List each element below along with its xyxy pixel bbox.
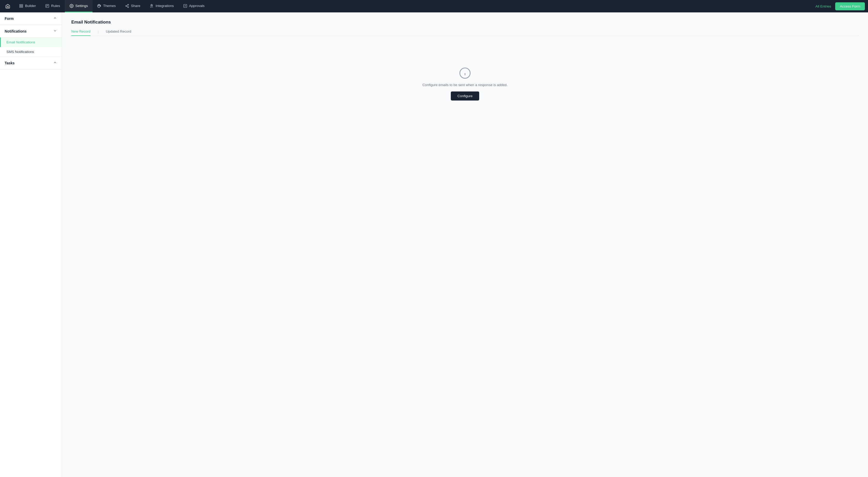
main-content: Email Notifications New Record | Updated… [62,12,868,477]
svg-point-7 [99,5,99,5]
approvals-icon [183,4,187,8]
svg-point-10 [128,4,129,5]
tabs-bar: New Record | Updated Record [71,27,859,36]
sidebar-item-email-notifications[interactable]: Email Notifications [0,37,62,47]
sidebar-section-tasks-label: Tasks [5,61,15,65]
nav-item-settings[interactable]: Settings [65,0,93,12]
rules-icon [45,4,49,8]
svg-point-8 [99,5,100,5]
nav-item-approvals[interactable]: Approvals [179,0,209,12]
sidebar-notifications-items: Email Notifications SMS Notifications [0,37,62,57]
settings-icon [69,4,74,8]
svg-point-11 [126,5,127,6]
top-navigation: Builder Rules Settings Themes Share Inte… [0,0,868,12]
chevron-down-icon [53,29,57,34]
svg-line-14 [127,5,128,6]
page-title: Email Notifications [71,20,859,25]
access-form-button[interactable]: Access Form [835,2,865,10]
nav-label-builder: Builder [25,4,36,8]
chevron-up-icon [53,16,57,21]
svg-point-5 [71,5,72,6]
nav-item-themes[interactable]: Themes [92,0,120,12]
sidebar-section-form-header[interactable]: Form [0,12,62,25]
nav-label-themes: Themes [103,4,116,8]
empty-state: Configure emails to be sent when a respo… [71,67,859,100]
sidebar-section-form: Form [0,12,62,25]
nav-item-builder[interactable]: Builder [14,0,40,12]
empty-state-description: Configure emails to be sent when a respo… [423,83,507,87]
home-button[interactable] [3,2,12,11]
nav-label-integrations: Integrations [156,4,174,8]
nav-label-settings: Settings [75,4,88,8]
grid-icon [19,4,23,8]
sidebar-section-notifications: Notifications Email Notifications SMS No… [0,25,62,57]
nav-item-rules[interactable]: Rules [40,0,65,12]
palette-icon [97,4,101,8]
all-entries-link[interactable]: All Entries [815,4,831,8]
body-layout: Form Notifications Email Notifications S… [0,12,868,477]
share-icon [125,4,129,8]
tab-new-record[interactable]: New Record [71,27,90,36]
svg-line-13 [127,6,128,7]
svg-rect-0 [20,4,21,6]
tab-divider: | [98,30,98,34]
integrations-icon [150,4,154,8]
svg-point-9 [100,5,100,6]
svg-rect-1 [22,4,23,6]
nav-item-integrations[interactable]: Integrations [145,0,179,12]
sidebar-section-form-label: Form [5,17,14,21]
sidebar-item-sms-notifications[interactable]: SMS Notifications [0,47,62,57]
nav-label-share: Share [131,4,140,8]
svg-point-12 [128,6,129,7]
tab-updated-record[interactable]: Updated Record [106,27,131,36]
nav-items: Builder Rules Settings Themes Share Inte… [14,0,815,12]
chevron-up-icon-tasks [53,60,57,65]
info-icon [459,67,471,79]
sidebar: Form Notifications Email Notifications S… [0,12,62,477]
sidebar-section-notifications-header[interactable]: Notifications [0,25,62,37]
configure-button[interactable]: Configure [451,91,479,100]
nav-label-rules: Rules [51,4,60,8]
sidebar-section-tasks-header[interactable]: Tasks [0,57,62,69]
svg-rect-2 [20,6,21,7]
nav-label-approvals: Approvals [189,4,205,8]
nav-item-share[interactable]: Share [120,0,145,12]
sidebar-section-notifications-label: Notifications [5,29,27,33]
nav-right: All Entries Access Form [815,2,865,10]
svg-point-6 [98,5,99,6]
svg-rect-3 [22,6,23,7]
sidebar-section-tasks: Tasks [0,57,62,69]
